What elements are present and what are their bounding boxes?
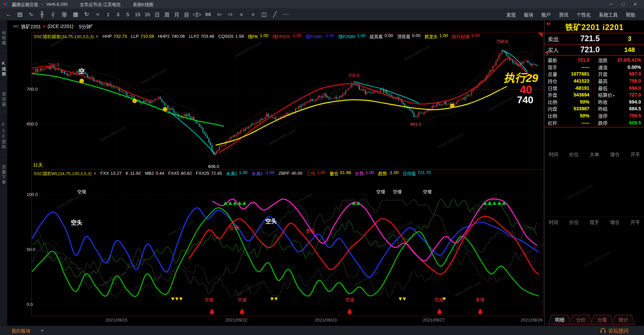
main-indicator-row: SSC猎豹捕食(34,75,130,3,5,3)∨HHP732.73LLP710…: [32, 32, 543, 40]
quote-flag: M: [546, 21, 550, 26]
title-dash: -: [42, 2, 43, 7]
main-contract-flag: M: [43, 25, 46, 28]
sub-indicator-field-1: K11.92: [126, 171, 141, 176]
layout-icon[interactable]: ◫: [259, 11, 269, 18]
period-button-日[interactable]: 日: [153, 11, 162, 18]
app-version: Ver6.8.290: [46, 2, 68, 7]
trade-table-header-2: 时间价位现手增仓开平: [545, 217, 644, 226]
current-period: 5分钟: [79, 23, 91, 30]
contract-bar: 铁矿2201M (DCE i2201) 5分钟 ∨: [7, 21, 544, 32]
quote-tab-2[interactable]: 分笔: [590, 315, 614, 325]
main-indicator-field-10: 顶背离0.00: [397, 33, 420, 39]
sub-indicator-field-3: FXX560.62: [168, 171, 192, 176]
date-label-2: 2021/09/23: [315, 317, 337, 323]
overlay-contract-icon[interactable]: ≈: [92, 11, 103, 18]
scroll-up-icon[interactable]: «: [238, 9, 245, 20]
chevron-down-icon[interactable]: ∨: [93, 171, 96, 175]
period-button-自[interactable]: 自: [182, 11, 191, 18]
watermark: www.cfchi.com: [566, 183, 594, 201]
sidebar-item-4[interactable]: 页面下单: [1, 165, 6, 190]
sidebar-item-0[interactable]: 分时图: [1, 31, 6, 51]
panel-collapse-arrow-icon[interactable]: [545, 50, 548, 55]
period-button-15[interactable]: 15: [133, 11, 142, 17]
top-menu-item-3[interactable]: 资讯: [559, 11, 568, 18]
date-label-4: 2021/09/29: [520, 317, 542, 323]
maximize-icon[interactable]: □: [617, 1, 629, 7]
top-menu-item-5[interactable]: 系统工具: [599, 11, 618, 18]
period-selector[interactable]: 5分钟 ∨: [79, 23, 93, 30]
forum-label: 论坛提问: [608, 327, 628, 334]
add-board-icon[interactable]: +: [30, 327, 44, 334]
settle-dropdown-icon[interactable]: ▾: [613, 94, 615, 97]
col-header: 现手: [590, 219, 599, 225]
quote-tab-1[interactable]: 分价: [569, 315, 593, 325]
main-indicator-name[interactable]: SSC猎豹捕食(34,75,130,3,5,3): [34, 33, 94, 39]
order-panel-icon[interactable]: 单: [59, 10, 70, 19]
my-board-tab[interactable]: 我的板块: [0, 327, 30, 334]
sub-indicator-field-7: ZBPF40.00: [278, 171, 302, 176]
window-controls: ─ □ ×: [605, 1, 641, 7]
main-indicator-field-3: LLP2703.48: [189, 34, 214, 39]
save-icon[interactable]: ▦: [70, 11, 81, 18]
contract-name: 铁矿2201: [21, 23, 41, 30]
compress-icon[interactable]: ⋈: [203, 11, 213, 18]
sidebar-item-3[interactable]: F10资料: [1, 122, 6, 155]
sidebar-item-1[interactable]: K线图: [1, 61, 6, 82]
period-button-周[interactable]: 周: [162, 11, 171, 18]
page-left-icon[interactable]: ⇦: [214, 11, 224, 18]
sidebar-item-2[interactable]: 资讯链: [1, 92, 6, 112]
zoom-out-icon[interactable]: ◁▷: [192, 11, 202, 18]
sub-indicator-name[interactable]: SSC猎豹WL(34,75,130,3,5,3): [34, 170, 91, 176]
sub-indicator-field-11: 趋势-1.00: [378, 170, 399, 176]
toolbar: ←▤∿╫彳单▦↻≈135151h日周月自◁▷⋈⇦⇨««◫╱⋯ 发现板块账户资讯个…: [0, 8, 644, 21]
quote-row-3: 持仓441523最高758.0: [545, 78, 644, 85]
draw-line-icon[interactable]: ╱: [270, 11, 280, 18]
sell-qty: 3: [615, 35, 644, 43]
period-button-1h[interactable]: 1h: [143, 11, 152, 17]
period-button-月[interactable]: 月: [172, 11, 181, 18]
page-right-icon[interactable]: ⇨: [225, 11, 236, 18]
forum-link[interactable]: 论坛提问: [600, 327, 644, 334]
quote-grid: 最新721.5涨跌37.0/5.41%现手-----速涨0.00%总量10776…: [545, 56, 644, 128]
report-icon[interactable]: ▤: [15, 11, 25, 18]
close-icon[interactable]: ×: [629, 1, 641, 7]
top-menu-item-6[interactable]: 帮助: [626, 11, 635, 18]
sub-indicator-field-2: MB20.44: [145, 171, 164, 176]
chevron-down-icon: ∨: [90, 23, 93, 30]
back-icon[interactable]: ←: [3, 11, 14, 18]
refresh-icon[interactable]: ↻: [81, 11, 92, 18]
quote-row-7: 内盘533987昨结684.5: [545, 105, 644, 112]
period-button-5[interactable]: 5: [123, 11, 132, 17]
sub-indicator-field-9: 量仓51.98: [329, 170, 351, 176]
more-icon[interactable]: ⋯: [281, 11, 291, 18]
sub-indicator-field-12: 日均值721.70: [403, 170, 431, 176]
sub-indicator-field-0: FXX13.27: [100, 171, 122, 176]
titlebar: 赢顺云端交易 - Ver6.8.290 文华云节点-江苏电信 系统K线图 ─ □…: [0, 0, 644, 8]
contract-code: (DCE i2201): [48, 24, 74, 29]
sub-indicator-field-8: 三代1.00: [306, 170, 325, 176]
quote-tab-3[interactable]: 统计: [611, 315, 636, 325]
minimize-icon[interactable]: ─: [605, 1, 617, 7]
chart-panel: SSC猎豹捕食(34,75,130,3,5,3)∨HHP732.73LLP710…: [31, 32, 544, 316]
period-button-1[interactable]: 1: [104, 11, 113, 17]
top-menu-item-4[interactable]: 个性化: [576, 11, 591, 18]
top-menu-item-2[interactable]: 账户: [541, 11, 551, 18]
headphone-icon: [600, 328, 606, 333]
quote-tab-0[interactable]: 明细: [547, 315, 572, 325]
main-indicator-field-8: 线P25801.00: [338, 33, 366, 39]
tick-chart-icon[interactable]: 彳: [48, 10, 58, 19]
sub-indicator-field-10: 价势1.00: [355, 170, 374, 176]
top-menu-item-0[interactable]: 发现: [506, 11, 516, 18]
chevron-down-icon[interactable]: ∨: [96, 34, 99, 38]
main-indicator-field-6: 线FP525-1.00: [272, 33, 301, 39]
col-header: 开平: [630, 219, 640, 225]
date-axis: 2021/09/152021/09/222021/09/232021/09/27…: [31, 316, 544, 326]
line-chart-icon[interactable]: ∿: [26, 11, 36, 18]
main-indicator-field-2: HHP2740.06: [158, 34, 185, 39]
top-menu-item-1[interactable]: 板块: [524, 11, 533, 18]
main-indicator-field-0: HHP732.73: [103, 34, 127, 39]
candlestick-icon[interactable]: ╫: [37, 11, 47, 18]
date-label-1: 2021/09/22: [225, 317, 247, 323]
scroll-down-icon[interactable]: «: [249, 9, 256, 20]
period-button-3[interactable]: 3: [113, 11, 123, 17]
